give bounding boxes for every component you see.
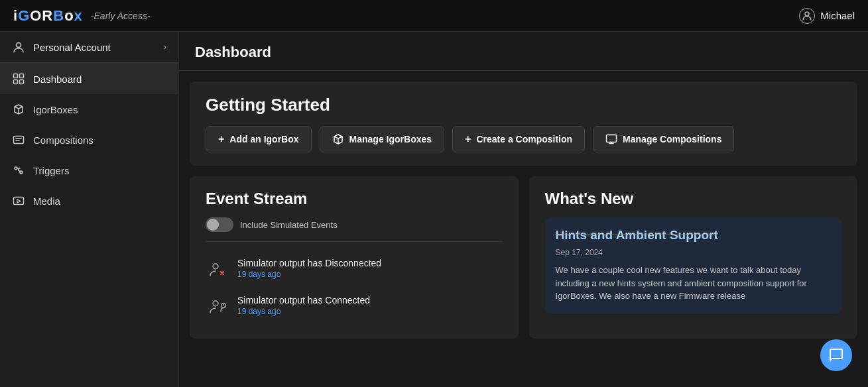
manage-compositions-button[interactable]: Manage Compositions [593,126,734,152]
sidebar-item-personal-account[interactable]: Personal Account › [0,32,178,63]
sidebar-item-dashboard[interactable]: Dashboard [0,64,178,94]
create-composition-button[interactable]: + Create a Composition [452,126,585,152]
svg-rect-10 [607,135,617,142]
box-icon [332,133,344,145]
compositions-icon [12,133,25,146]
getting-started-heading: Getting Started [206,95,841,115]
manage-compositions-label: Manage Compositions [623,134,721,144]
svg-rect-3 [20,74,24,78]
svg-point-11 [213,264,218,269]
add-igorbox-button[interactable]: + Add an IgorBox [206,126,312,152]
bottom-panels: Event Stream Include Simulated Events [190,176,857,339]
disconnect-icon [206,258,229,282]
getting-started-buttons: + Add an IgorBox Manage IgorBoxes + Crea… [206,126,841,152]
getting-started-section: Getting Started + Add an IgorBox Manage … [190,82,857,166]
svg-point-0 [805,12,809,16]
chat-bubble-button[interactable] [820,339,852,371]
news-card: Hints and Ambient Support Sep 17, 2024 W… [545,217,842,313]
topbar-left: iGORBox -Early Access- [13,7,151,25]
sidebar-item-triggers[interactable]: Triggers [0,155,178,186]
sidebar: Personal Account › Dashboard [0,32,179,387]
news-card-title: Hints and Ambient Support [556,228,832,243]
layout: Personal Account › Dashboard [0,32,868,387]
person-icon [12,40,25,54]
sidebar-media-label: Media [33,195,166,207]
triggers-icon [12,164,25,177]
plus-icon-2: + [465,133,471,145]
media-icon [12,194,25,207]
igorboxes-icon [12,103,25,116]
sidebar-igorboxes-label: IgorBoxes [33,104,166,115]
event-time-1: 19 days ago [237,270,381,279]
sidebar-item-media[interactable]: Media [0,186,178,216]
event-item-2: Simulator output has Connected 19 days a… [206,288,503,325]
svg-rect-6 [14,137,24,144]
monitor-icon [605,133,617,145]
plus-icon: + [218,133,224,145]
sidebar-item-igorboxes[interactable]: IgorBoxes [0,94,178,125]
simulated-events-label: Include Simulated Events [240,220,338,230]
svg-point-12 [213,301,218,306]
event-stream-panel: Event Stream Include Simulated Events [190,176,519,339]
svg-rect-5 [20,80,24,84]
create-composition-label: Create a Composition [476,134,572,144]
svg-rect-2 [14,74,18,78]
dashboard-icon [12,72,25,85]
event-title-2: Simulator output has Connected [237,295,370,305]
sidebar-dashboard-label: Dashboard [33,74,166,85]
topbar: iGORBox -Early Access- Michael [0,0,868,32]
svg-point-1 [17,43,21,48]
whats-new-heading: What's New [545,190,842,208]
page-title: Dashboard [179,32,868,71]
manage-igorboxes-label: Manage IgorBoxes [349,134,432,144]
early-access-label: -Early Access- [91,11,151,21]
connect-icon [206,295,229,319]
sidebar-personal-account-label: Personal Account [33,42,156,53]
logo: iGORBox [13,7,83,25]
topbar-right: Michael [799,8,855,24]
toggle-knob [207,219,219,231]
simulated-events-toggle-row: Include Simulated Events [206,217,503,242]
event-title-1: Simulator output has Disconnected [237,258,381,268]
sidebar-triggers-label: Triggers [33,165,166,176]
add-igorbox-label: Add an IgorBox [229,134,298,144]
simulated-events-toggle[interactable] [206,217,233,232]
main-content: Dashboard Getting Started + Add an IgorB… [179,32,868,387]
manage-igorboxes-button[interactable]: Manage IgorBoxes [320,126,444,152]
news-card-date: Sep 17, 2024 [556,248,832,257]
event-item: Simulator output has Disconnected 19 day… [206,251,503,288]
event-text-1: Simulator output has Disconnected 19 day… [237,258,381,279]
chevron-right-icon: › [164,42,166,52]
event-text-2: Simulator output has Connected 19 days a… [237,295,370,316]
svg-rect-4 [14,80,18,84]
event-time-2: 19 days ago [237,307,370,316]
user-avatar-icon [799,8,815,24]
sidebar-compositions-label: Compositions [33,135,166,146]
logo-text: iGORBox [13,7,83,24]
svg-rect-9 [14,197,24,205]
sidebar-item-compositions[interactable]: Compositions [0,125,178,155]
event-stream-heading: Event Stream [206,190,503,208]
username-label: Michael [820,10,855,21]
news-card-body: We have a couple cool new features we wa… [556,264,832,303]
whats-new-panel: What's New Hints and Ambient Support Sep… [529,176,858,339]
